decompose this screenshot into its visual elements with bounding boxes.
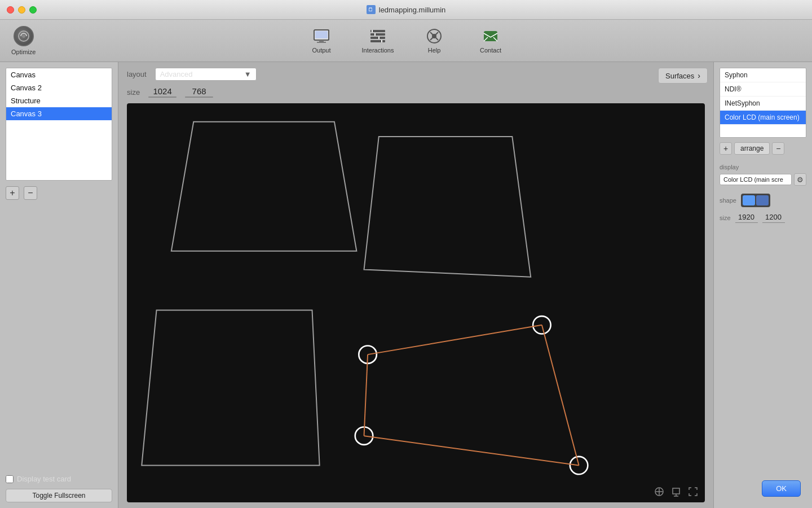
- canvas-list: Canvas Canvas 2 Structure Canvas 3: [6, 68, 112, 181]
- ok-button[interactable]: OK: [762, 480, 801, 497]
- output-label: Output: [312, 47, 330, 54]
- svg-marker-22: [171, 122, 357, 251]
- layout-chevron: ▼: [244, 70, 251, 78]
- help-icon: [425, 28, 443, 44]
- close-button[interactable]: [7, 6, 14, 14]
- svg-point-18: [432, 34, 436, 38]
- size-row: size 1024 768: [127, 86, 705, 98]
- center-area: Surfaces › layout Advanced ▼ size 1024 7…: [118, 62, 713, 508]
- canvas-item-canvas3[interactable]: Canvas 3: [6, 107, 112, 120]
- svg-rect-6: [317, 42, 326, 43]
- optimize-icon: [14, 26, 34, 46]
- svg-rect-12: [374, 33, 376, 36]
- optimize-label[interactable]: Optimize: [11, 49, 36, 55]
- help-label: Help: [428, 47, 441, 54]
- shape-option-rect[interactable]: [743, 195, 755, 205]
- display-section: display Color LCD (main scre ⚙: [714, 159, 812, 190]
- preview-bottom-icons: [653, 485, 699, 498]
- layout-dropdown[interactable]: Advanced ▼: [155, 68, 257, 81]
- fullscreen-icon[interactable]: [687, 485, 699, 498]
- interactions-icon: [369, 28, 387, 44]
- shape-toggle: [741, 194, 770, 207]
- display-test-card-row: Display test card: [6, 475, 112, 483]
- left-bottom: Display test card Toggle Fullscreen: [6, 475, 112, 502]
- canvas-item-structure[interactable]: Structure: [6, 94, 112, 107]
- doc-icon: 🗒: [367, 5, 376, 14]
- svg-point-1: [22, 34, 25, 38]
- ok-btn-container: OK: [762, 480, 801, 497]
- canvas-item-canvas1[interactable]: Canvas: [6, 68, 112, 81]
- right-panel: Syphon NDI® INetSyphon Color LCD (main s…: [713, 62, 812, 508]
- size-height: 768: [192, 86, 206, 96]
- window-title: 🗒 ledmapping.millumin: [367, 5, 446, 14]
- display-test-card-checkbox[interactable]: [6, 475, 14, 483]
- titlebar: 🗒 ledmapping.millumin: [0, 0, 812, 20]
- minimize-button[interactable]: [18, 6, 25, 14]
- display-value: Color LCD (main scre: [720, 174, 792, 185]
- display-settings-button[interactable]: ⚙: [794, 173, 806, 186]
- layout-row: layout Advanced ▼: [127, 68, 705, 81]
- window-controls: [7, 6, 37, 14]
- contact-label: Contact: [480, 47, 501, 54]
- display-label: display: [720, 164, 806, 170]
- svg-rect-8: [370, 33, 385, 36]
- toggle-fullscreen-button[interactable]: Toggle Fullscreen: [6, 489, 112, 502]
- canvas-item-empty: [6, 120, 112, 137]
- svg-marker-24: [142, 310, 319, 466]
- remove-output-button[interactable]: −: [772, 142, 784, 155]
- shape-row: shape: [714, 190, 812, 211]
- svg-rect-10: [370, 40, 385, 42]
- center-icon[interactable]: [653, 485, 665, 498]
- display-test-card-label: Display test card: [17, 475, 71, 483]
- remove-canvas-button[interactable]: −: [24, 186, 37, 200]
- canvas-preview: [127, 103, 705, 502]
- contact-icon: [482, 28, 500, 44]
- output-size-height: 1200: [765, 213, 782, 221]
- main-content: Canvas Canvas 2 Structure Canvas 3 + − D…: [0, 62, 812, 508]
- maximize-button[interactable]: [29, 6, 37, 14]
- output-size-row: size 1920 1200: [714, 211, 812, 227]
- add-canvas-button[interactable]: +: [6, 186, 19, 200]
- shape-option-other[interactable]: [756, 195, 769, 205]
- toolbar-contact[interactable]: Contact: [474, 28, 508, 54]
- layout-label: layout: [127, 70, 147, 78]
- size-label: size: [127, 88, 140, 97]
- shape-label: shape: [720, 197, 736, 204]
- svg-rect-13: [378, 37, 379, 39]
- dropdown-item-ndi[interactable]: NDI®: [720, 82, 806, 97]
- toolbar-help[interactable]: Help: [417, 28, 451, 54]
- output-size-height-bar: [762, 222, 785, 223]
- svg-rect-5: [319, 40, 324, 42]
- size-width: 1024: [153, 86, 171, 96]
- svg-line-30: [542, 325, 579, 466]
- toolbar-output[interactable]: Output: [304, 28, 338, 54]
- canvas-list-buttons: + −: [6, 186, 112, 200]
- dropdown-item-inetsyphon[interactable]: INetSyphon: [720, 97, 806, 111]
- dropdown-item-syphon[interactable]: Syphon: [720, 68, 806, 82]
- layout-value: Advanced: [160, 70, 193, 78]
- svg-rect-11: [372, 30, 373, 32]
- svg-rect-14: [381, 40, 382, 42]
- surfaces-label: Surfaces: [665, 72, 694, 80]
- canvas-item-canvas2[interactable]: Canvas 2: [6, 81, 112, 94]
- output-size-width: 1920: [738, 213, 754, 221]
- align-bottom-icon[interactable]: [670, 485, 682, 498]
- arrange-row: + arrange −: [714, 138, 812, 159]
- svg-rect-4: [315, 31, 328, 38]
- arrange-button[interactable]: arrange: [734, 142, 770, 155]
- size-width-container: 1024: [148, 86, 176, 98]
- title-label: ledmapping.millumin: [379, 6, 446, 14]
- toolbar: Optimize Output: [0, 20, 812, 62]
- preview-svg: [127, 103, 705, 502]
- svg-line-29: [368, 325, 542, 354]
- svg-marker-23: [364, 137, 531, 277]
- dropdown-item-blank: [720, 125, 806, 137]
- dropdown-item-colorlcd[interactable]: Color LCD (main screen): [720, 111, 806, 125]
- toolbar-center: Output Interactions: [304, 28, 508, 54]
- toolbar-interactions[interactable]: Interactions: [361, 28, 395, 54]
- output-dropdown-list: Syphon NDI® INetSyphon Color LCD (main s…: [720, 68, 806, 138]
- interactions-label: Interactions: [362, 47, 394, 54]
- output-size-label: size: [720, 214, 731, 221]
- surfaces-button[interactable]: Surfaces ›: [658, 68, 708, 84]
- add-output-button[interactable]: +: [720, 142, 732, 155]
